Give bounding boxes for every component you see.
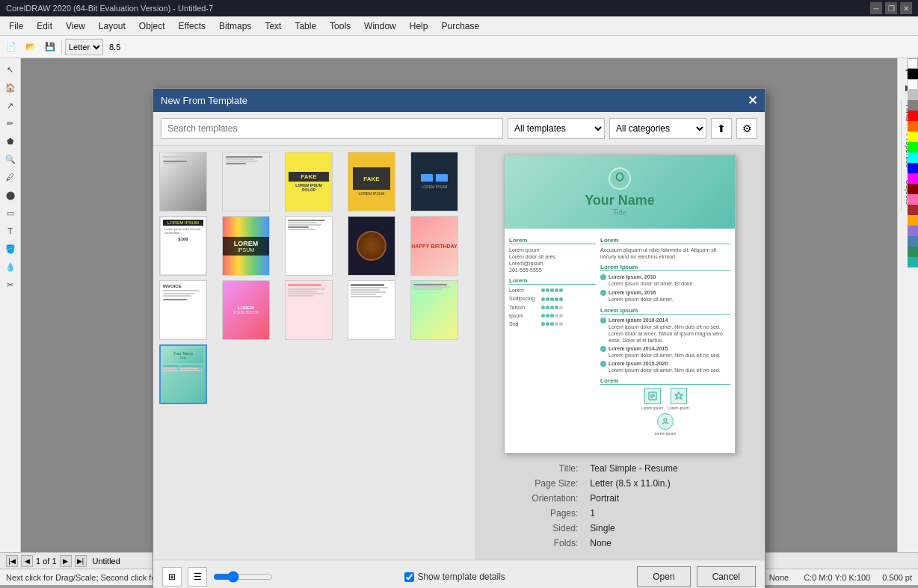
color-red[interactable] bbox=[908, 111, 918, 121]
menu-effects[interactable]: Effects bbox=[173, 19, 212, 33]
show-details-label[interactable]: Show template details bbox=[417, 572, 505, 582]
color-white[interactable] bbox=[908, 79, 918, 90]
home-tool[interactable]: 🏠 bbox=[2, 79, 19, 96]
eyedropper-tool[interactable]: 💧 bbox=[2, 259, 19, 275]
template-thumb-14[interactable] bbox=[348, 280, 395, 340]
ellipse-tool[interactable]: ⬤ bbox=[2, 187, 19, 203]
color-pink[interactable] bbox=[908, 194, 918, 205]
menu-text[interactable]: Text bbox=[259, 19, 287, 33]
dialog-footer: ⊞ ☰ Show template details Open Cancel bbox=[153, 560, 765, 588]
dialog-close-button[interactable]: ✕ bbox=[748, 93, 757, 108]
show-details-checkbox[interactable] bbox=[404, 572, 414, 582]
categories-filter-select[interactable]: All categories bbox=[609, 118, 706, 139]
template-details: Title: Teal Simple - Resume Page Size: L… bbox=[484, 461, 756, 551]
menu-layout[interactable]: Layout bbox=[93, 19, 132, 33]
color-green[interactable] bbox=[908, 142, 918, 152]
stroke-label: 0.500 pt bbox=[882, 573, 912, 582]
menu-object[interactable]: Object bbox=[133, 19, 171, 33]
color-seagreen[interactable] bbox=[908, 247, 918, 257]
color-cyan[interactable] bbox=[908, 152, 918, 163]
page-first-button[interactable]: |◀ bbox=[6, 555, 18, 567]
skill-lorem: Lorem bbox=[509, 287, 596, 294]
restore-button[interactable]: ❐ bbox=[885, 2, 897, 14]
menu-help[interactable]: Help bbox=[404, 19, 434, 33]
templates-filter-select[interactable]: All templates bbox=[508, 118, 605, 139]
save-button[interactable]: 💾 bbox=[42, 39, 58, 55]
menu-view[interactable]: View bbox=[60, 19, 91, 33]
template-thumb-10[interactable]: HAPPY BIRTHDAY bbox=[410, 216, 458, 276]
color-purple[interactable] bbox=[908, 226, 918, 236]
menu-purchase[interactable]: Purchase bbox=[435, 19, 485, 33]
shape-tool[interactable]: ⬟ bbox=[2, 133, 19, 149]
title-bar-controls: ─ ❐ ✕ bbox=[870, 2, 912, 14]
template-thumb-3[interactable]: FAKE LOREM IPSUM DOLOR bbox=[285, 152, 333, 211]
page-prev-button[interactable]: ◀ bbox=[21, 555, 33, 567]
menu-window[interactable]: Window bbox=[358, 19, 402, 33]
page-last-button[interactable]: ▶| bbox=[75, 555, 87, 567]
orientation-value: Portrait bbox=[584, 491, 756, 506]
template-thumb-1[interactable] bbox=[159, 152, 207, 211]
select-tool[interactable]: ↖ bbox=[2, 61, 19, 78]
template-thumb-5[interactable]: LOREM IPSUM bbox=[410, 152, 458, 211]
page-indicator: 1 of 1 bbox=[36, 557, 57, 566]
template-thumb-7[interactable]: LOREM IPSUM bbox=[222, 216, 270, 276]
color-steelblue[interactable] bbox=[908, 236, 918, 247]
color-silver[interactable] bbox=[908, 90, 918, 100]
settings-button[interactable]: ⚙ bbox=[736, 118, 757, 139]
menu-table[interactable]: Table bbox=[289, 19, 322, 33]
template-thumb-16[interactable]: Your NameTitle bbox=[159, 344, 207, 404]
template-thumb-12[interactable]: LOREM IPSUM DOLOR bbox=[222, 280, 270, 340]
template-thumb-15[interactable] bbox=[410, 280, 458, 340]
zoom-tool[interactable]: 🔍 bbox=[2, 151, 19, 167]
crop-tool[interactable]: ✂ bbox=[2, 276, 19, 293]
color-darkred[interactable] bbox=[908, 184, 918, 194]
color-none[interactable] bbox=[908, 58, 918, 69]
open-template-button[interactable]: Open bbox=[637, 566, 690, 587]
menu-bitmaps[interactable]: Bitmaps bbox=[213, 19, 257, 33]
grid-view-button[interactable]: ⊞ bbox=[162, 567, 182, 587]
color-amber[interactable] bbox=[908, 215, 918, 226]
color-orange[interactable] bbox=[908, 121, 918, 131]
color-lightseagreen[interactable] bbox=[908, 257, 918, 267]
color-blue[interactable] bbox=[908, 163, 918, 173]
document-size-select[interactable]: Letter bbox=[65, 39, 103, 55]
color-brown[interactable] bbox=[908, 205, 918, 215]
page-next-button[interactable]: ▶ bbox=[60, 555, 72, 567]
resume-header: Your Name Title bbox=[505, 155, 735, 229]
template-thumb-4[interactable]: FAKE LOREM IPSUM bbox=[348, 152, 395, 211]
text-tool[interactable]: T bbox=[2, 223, 19, 239]
new-button[interactable]: 📄 bbox=[3, 39, 19, 55]
template-thumb-6[interactable]: LOREM IPSUM Lorem ipsum dolor sit amet c… bbox=[159, 216, 207, 276]
menu-file[interactable]: File bbox=[3, 19, 29, 33]
color-yellow[interactable] bbox=[908, 131, 918, 142]
minimize-button[interactable]: ─ bbox=[870, 2, 882, 14]
import-button[interactable]: ⬆ bbox=[711, 118, 732, 139]
rect-tool[interactable]: ▭ bbox=[2, 205, 19, 221]
template-thumb-8[interactable] bbox=[285, 216, 333, 276]
template-thumb-11[interactable]: INVOICE bbox=[159, 280, 207, 340]
freehand-tool[interactable]: ✏ bbox=[2, 115, 19, 131]
fill-tool[interactable]: 🪣 bbox=[2, 241, 19, 257]
template-thumb-9[interactable] bbox=[348, 216, 395, 276]
menu-tools[interactable]: Tools bbox=[324, 19, 357, 33]
open-button[interactable]: 📂 bbox=[22, 39, 39, 55]
template-thumb-13[interactable] bbox=[285, 280, 333, 340]
color-palette bbox=[908, 58, 918, 552]
cancel-button[interactable]: Cancel bbox=[697, 566, 756, 587]
template-grid: FAKE LOREM IPSUM DOLOR FAKE LOREM IPSUM bbox=[153, 146, 475, 560]
template-thumb-2[interactable] bbox=[222, 152, 270, 211]
size-slider[interactable] bbox=[213, 571, 273, 583]
pen-tool[interactable]: 🖊 bbox=[2, 169, 19, 185]
close-button[interactable]: ✕ bbox=[900, 2, 912, 14]
folds-label: Folds: bbox=[484, 536, 584, 551]
dialog-overlay: New From Template ✕ All templates All ca… bbox=[21, 58, 897, 552]
color-black[interactable] bbox=[908, 69, 918, 79]
list-view-button[interactable]: ☰ bbox=[188, 567, 207, 587]
color-magenta[interactable] bbox=[908, 173, 918, 184]
arrow-tool[interactable]: ↗ bbox=[2, 97, 19, 114]
color-none-label: None bbox=[769, 573, 789, 582]
preview-panel: Your Name Title Lorem Lorem ipsumLorem d… bbox=[475, 146, 765, 560]
menu-edit[interactable]: Edit bbox=[31, 19, 58, 33]
color-gray[interactable] bbox=[908, 100, 918, 111]
search-input[interactable] bbox=[161, 118, 503, 139]
